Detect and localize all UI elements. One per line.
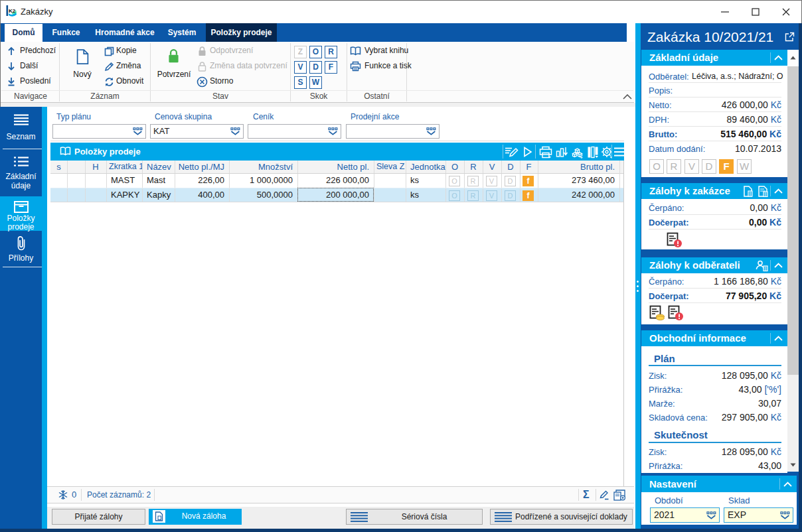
svg-text:K2: K2 (9, 8, 16, 14)
